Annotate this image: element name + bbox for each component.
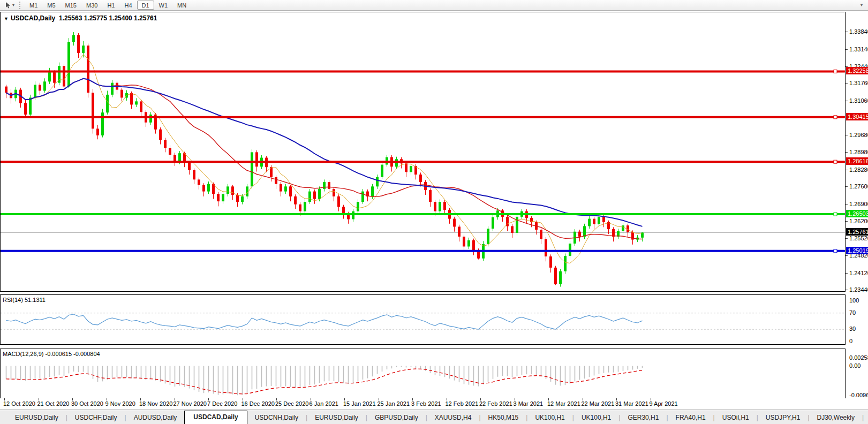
price-axis-label: 1.33840 [849,28,868,35]
price-axis-tick [846,221,848,222]
price-axis-label: 1.28280 [849,166,868,173]
rsi-canvas[interactable] [1,295,845,344]
rsi-indicator-panel[interactable]: RSI(14) 51.1311 [0,294,846,345]
timeframe-button-h1[interactable]: H1 [102,1,119,10]
level-price-badge-1: 1.30415 [846,113,868,120]
price-axis-tick [846,204,848,205]
date-axis[interactable]: 12 Oct 202021 Oct 202030 Oct 20209 Nov 2… [0,398,846,409]
price-axis-label: 1.23440 [849,286,868,293]
chart-tab-eurusd-daily[interactable]: EURUSD,Daily [7,412,66,424]
chart-tab-ger30-h1[interactable]: GER30,H1 [620,412,666,424]
chart-tab-fra40-h1[interactable]: FRA40,H1 [668,412,713,424]
timeframe-button-m1[interactable]: M1 [25,1,42,10]
chart-tab-usoil-h1[interactable]: USOil,H1 [715,412,757,424]
rsi-label: RSI(14) 51.1311 [3,297,46,303]
chart-tab-china300-h1[interactable]: CHINA300,H1 [864,412,868,424]
price-axis-tick [846,186,848,187]
timeframe-button-mn[interactable]: MN [172,1,191,10]
price-axis-label: 1.28980 [849,149,868,155]
level-price-badge-3: 1.26503 [846,210,868,217]
date-axis-label: 7 Dec 2020 [207,400,237,407]
date-axis-label: 3 Feb 2021 [411,400,441,407]
chart-tab-gbpusd-daily[interactable]: GBPUSD,Daily [367,412,426,424]
date-axis-label: 9 Apr 2021 [650,400,678,407]
level-price-badge-0: 1.32258 [846,67,868,74]
date-axis-label: 27 Nov 2020 [173,400,207,407]
chart-tab-usdcnh-daily[interactable]: USDCNH,Daily [247,412,306,424]
price-axis-tick [846,238,848,239]
price-axis-tick [846,83,848,84]
price-axis-tick [846,135,848,135]
date-axis-label: 18 Nov 2020 [139,400,172,407]
price-axis-label: 1.29680 [849,132,868,138]
macd-axis-label: 0.00 [849,362,861,369]
level-handle-3 [834,213,837,216]
macd-label: MACD(12,26,9) -0.000615 -0.000804 [3,351,100,357]
chart-ohlc-values: 1.25563 1.25775 1.25400 1.25761 [59,14,157,22]
ma-slow-line [6,79,643,226]
date-axis-label: 31 Mar 2021 [615,400,648,407]
price-axis-tick [846,32,848,32]
chart-title: ▼USDCAD,Daily 1.25563 1.25775 1.25400 1.… [4,14,157,22]
chart-tab-dj30-weekly[interactable]: DJ30,Weekly [809,412,862,424]
rsi-axis-label: 70 [849,309,856,316]
price-axis-tick [846,170,848,170]
chart-tab-usdjpy-h1[interactable]: USDJPY,H1 [758,412,807,424]
price-chart-panel[interactable]: ▼USDCAD,Daily 1.25563 1.25775 1.25400 1.… [0,12,846,292]
level-handle-1 [834,116,837,119]
timeframe-button-w1[interactable]: W1 [154,1,173,10]
rsi-line [6,314,643,329]
rsi-axis-label: 30 [849,325,856,332]
price-axis-tick [846,273,848,274]
price-axis-label: 1.31060 [849,97,868,104]
toolbar-overflow-icon[interactable]: ▼ [859,3,864,7]
price-axis[interactable]: 1.338401.331401.324401.317601.310601.296… [846,12,868,399]
level-price-badge-2: 1.28616 [846,157,868,165]
timeframe-button-m5[interactable]: M5 [42,1,60,10]
level-handle-0 [834,70,837,73]
price-axis-tick [846,49,848,50]
price-axis-label: 1.33140 [849,46,868,52]
toolbar-grip[interactable] [19,2,22,9]
macd-axis-label: 0.00258 [849,354,868,361]
chart-tab-usdcad-daily[interactable]: USDCAD,Daily [184,411,247,424]
price-axis-tick [846,152,848,153]
chart-tab-usdchf-daily[interactable]: USDCHF,Daily [67,412,125,424]
price-axis-label: 1.26200 [849,218,868,224]
price-axis-label: 1.26900 [849,201,868,207]
rsi-axis-label: 0 [849,338,852,344]
timeframe-button-m15[interactable]: M15 [61,1,81,10]
date-axis-label: 25 Jan 2021 [378,400,410,407]
macd-histogram [6,366,643,396]
chart-tab-eurusd-daily[interactable]: EURUSD,Daily [307,412,366,424]
macd-axis-label: -0.00968 [849,392,868,398]
timeframe-button-m30[interactable]: M30 [81,1,102,10]
chart-tab-xauusd-h4[interactable]: XAUUSD,H4 [427,412,479,424]
chart-tab-uk100-h1[interactable]: UK100,H1 [527,412,572,424]
chart-tab-bar: EURUSD,Daily|USDCHF,Daily|AUDUSD,DailyUS… [0,410,868,424]
chart-title-caret-icon: ▼ [4,16,9,21]
chart-symbol-period: USDCAD,Daily [11,14,55,22]
macd-indicator-panel[interactable]: MACD(12,26,9) -0.000615 -0.000804 [0,349,846,399]
timeframe-button-d1[interactable]: D1 [137,1,154,10]
date-axis-label: 30 Oct 2020 [71,400,103,407]
price-axis-label: 1.24120 [849,270,868,276]
candlestick-canvas[interactable] [1,12,845,291]
chart-tab-audusd-daily[interactable]: AUDUSD,Daily [126,412,185,424]
date-axis-label: 6 Jan 2021 [310,400,338,407]
timeframe-button-h4[interactable]: H4 [119,1,137,10]
price-axis-tick [846,255,848,256]
main-toolbar: ▾ M1M5M15M30H1H4D1W1MN ▼ [0,0,868,11]
chart-tab-hk50-m15[interactable]: HK50,M15 [481,412,526,424]
level-price-badge-4: 1.25019 [846,247,868,254]
cursor-tool-caret-icon: ▾ [12,3,14,7]
macd-canvas[interactable] [1,349,845,398]
price-axis-tick [846,101,848,101]
cursor-pointer-icon [4,2,11,9]
current-price-badge: 1.25761 [846,228,868,236]
chart-tab-uk100-h1[interactable]: UK100,H1 [574,412,618,424]
cursor-tool-button[interactable]: ▾ [2,2,17,9]
level-handle-4 [834,249,837,253]
date-axis-label: 12 Mar 2021 [547,400,580,407]
price-axis-label: 1.27600 [849,183,868,190]
